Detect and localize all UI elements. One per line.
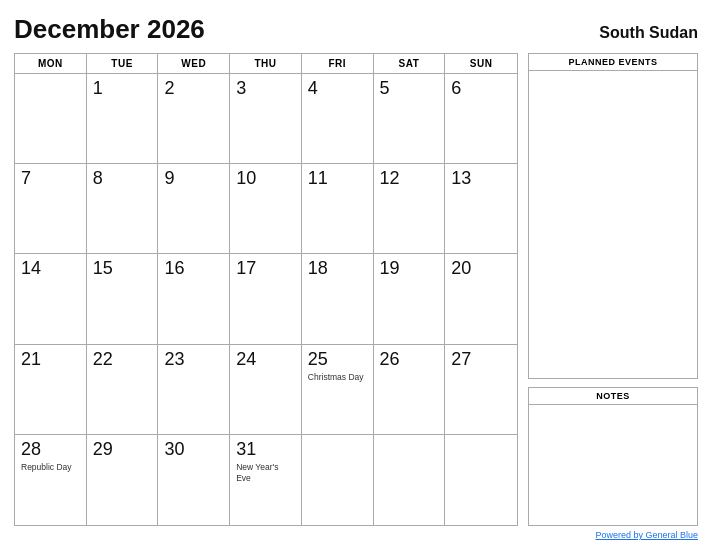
main-layout: MONTUEWEDTHUFRISATSUN 123456789101112131…: [14, 53, 698, 526]
day-number: 28: [21, 439, 80, 461]
day-number: 17: [236, 258, 295, 280]
day-number: 15: [93, 258, 152, 280]
sidebar: PLANNED EVENTS NOTES: [528, 53, 698, 526]
day-number: 1: [93, 78, 152, 100]
calendar-cell: [302, 435, 374, 525]
page: December 2026 South Sudan MONTUEWEDTHUFR…: [0, 0, 712, 550]
calendar-cell: 27: [445, 345, 517, 435]
calendar-cell: 4: [302, 74, 374, 164]
calendar-cell: 3: [230, 74, 302, 164]
calendar-cell: 20: [445, 254, 517, 344]
day-number: 24: [236, 349, 295, 371]
calendar-cell: 12: [374, 164, 446, 254]
calendar-cell: 24: [230, 345, 302, 435]
calendar-cell: 11: [302, 164, 374, 254]
day-number: 6: [451, 78, 511, 100]
calendar-cell: [15, 74, 87, 164]
day-of-week-header: FRI: [302, 54, 374, 73]
calendar-cell: 7: [15, 164, 87, 254]
day-number: 3: [236, 78, 295, 100]
calendar-cell: 1: [87, 74, 159, 164]
day-number: 19: [380, 258, 439, 280]
day-of-week-header: WED: [158, 54, 230, 73]
day-number: 29: [93, 439, 152, 461]
calendar-cell: 8: [87, 164, 159, 254]
calendar-cell: 30: [158, 435, 230, 525]
day-number: 4: [308, 78, 367, 100]
calendar-cell: 29: [87, 435, 159, 525]
calendar-cell: 14: [15, 254, 87, 344]
day-number: 2: [164, 78, 223, 100]
planned-events-box: PLANNED EVENTS: [528, 53, 698, 379]
calendar-title: December 2026: [14, 14, 205, 45]
calendar-cell: 21: [15, 345, 87, 435]
country-name: South Sudan: [599, 24, 698, 42]
day-of-week-header: TUE: [87, 54, 159, 73]
day-number: 10: [236, 168, 295, 190]
calendar-cell: 25Christmas Day: [302, 345, 374, 435]
day-number: 8: [93, 168, 152, 190]
calendar-cell: 23: [158, 345, 230, 435]
day-number: 16: [164, 258, 223, 280]
calendar-cell: 2: [158, 74, 230, 164]
day-of-week-header: MON: [15, 54, 87, 73]
day-number: 30: [164, 439, 223, 461]
header: December 2026 South Sudan: [14, 14, 698, 45]
calendar-cell: 26: [374, 345, 446, 435]
calendar: MONTUEWEDTHUFRISATSUN 123456789101112131…: [14, 53, 518, 526]
planned-events-body: [529, 71, 697, 378]
calendar-cell: 28Republic Day: [15, 435, 87, 525]
calendar-cell: 5: [374, 74, 446, 164]
day-of-week-header: SAT: [374, 54, 446, 73]
calendar-cell: 6: [445, 74, 517, 164]
day-number: 26: [380, 349, 439, 371]
calendar-cell: 13: [445, 164, 517, 254]
day-of-week-header: SUN: [445, 54, 517, 73]
day-number: 31: [236, 439, 295, 461]
notes-header: NOTES: [529, 388, 697, 405]
day-number: 11: [308, 168, 367, 190]
day-number: 23: [164, 349, 223, 371]
day-number: 21: [21, 349, 80, 371]
planned-events-header: PLANNED EVENTS: [529, 54, 697, 71]
day-number: 22: [93, 349, 152, 371]
powered-by-link[interactable]: Powered by General Blue: [595, 530, 698, 540]
event-label: Republic Day: [21, 462, 80, 473]
calendar-cell: 18: [302, 254, 374, 344]
calendar-cell: 9: [158, 164, 230, 254]
event-label: New Year's Eve: [236, 462, 295, 484]
day-number: 18: [308, 258, 367, 280]
calendar-cell: 16: [158, 254, 230, 344]
notes-box: NOTES: [528, 387, 698, 526]
calendar-cell: 10: [230, 164, 302, 254]
event-label: Christmas Day: [308, 372, 367, 383]
day-number: 14: [21, 258, 80, 280]
footer: Powered by General Blue: [14, 530, 698, 540]
day-number: 20: [451, 258, 511, 280]
day-number: 7: [21, 168, 80, 190]
calendar-body: 1234567891011121314151617181920212223242…: [15, 74, 517, 525]
calendar-header: MONTUEWEDTHUFRISATSUN: [15, 54, 517, 74]
day-number: 25: [308, 349, 367, 371]
calendar-cell: 17: [230, 254, 302, 344]
calendar-cell: 19: [374, 254, 446, 344]
calendar-cell: 31New Year's Eve: [230, 435, 302, 525]
calendar-cell: 22: [87, 345, 159, 435]
notes-body: [529, 405, 697, 525]
day-number: 9: [164, 168, 223, 190]
day-number: 13: [451, 168, 511, 190]
day-number: 27: [451, 349, 511, 371]
calendar-cell: [374, 435, 446, 525]
day-number: 12: [380, 168, 439, 190]
day-number: 5: [380, 78, 439, 100]
day-of-week-header: THU: [230, 54, 302, 73]
calendar-cell: 15: [87, 254, 159, 344]
calendar-cell: [445, 435, 517, 525]
